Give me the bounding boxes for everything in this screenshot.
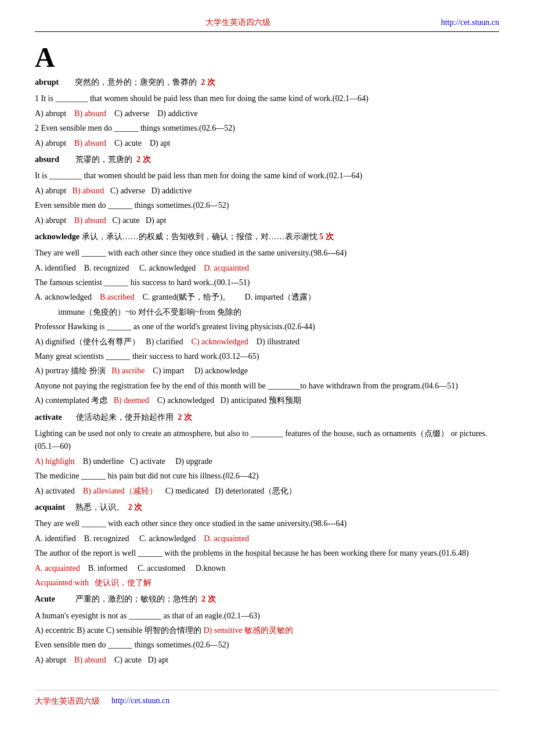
qact1-options: A) highlight B) underline C) activate D)… <box>35 455 499 468</box>
qack3-answer: C) acknowledged <box>191 337 248 346</box>
qacq2-answer: A. acquainted <box>35 564 80 573</box>
qack5-options: A) contemplated 考虑 B) deemed C) acknowle… <box>35 394 499 407</box>
qack4-options: A) portray 描绘 扮演 B) ascribe C) impart D)… <box>35 365 499 377</box>
qack2-note: immune（免疫的）~to 对什么不受影响~from 免除的 <box>58 306 499 319</box>
qacq2-text: The author of the report is well ______ … <box>35 547 499 560</box>
meaning-acknowledge: 承认，承认……的权威；告知收到，确认；报偿，对……表示谢忱 <box>82 232 317 241</box>
qacut1-options: A) eccentric B) acute C) sensible 明智的合情理… <box>35 624 499 637</box>
qa2-options: A) abrupt B) absurd C) acute D) apt <box>35 214 499 227</box>
qa1-text: It is ________ that women should be paid… <box>35 170 499 182</box>
qacq1-options: A. identified B. recognized C. acknowled… <box>35 532 499 545</box>
qack1-options: A. identified B. recognized C. acknowled… <box>35 262 499 275</box>
qack4-answer: B) ascribe <box>111 366 145 375</box>
footer-title: 大学生英语四六级 <box>35 696 100 707</box>
footer-link[interactable]: http://cet.stuun.cn <box>111 696 169 707</box>
qack2-options: A. acknowledged B.ascribed C. granted(赋予… <box>35 291 499 304</box>
count-activate: 2 次 <box>178 413 192 422</box>
count-acquaint: 2 次 <box>128 503 143 512</box>
qack5-answer: B) deemed <box>114 396 149 405</box>
q1-text: 1 It is ________ that women should be pa… <box>35 92 499 105</box>
question-acut-2: Even sensible men do ______ things somet… <box>35 639 499 667</box>
qacut2-answer: B) absurd <box>74 656 106 664</box>
count-abrupt: 2 次 <box>201 78 215 87</box>
meaning-absurd: 荒谬的，荒唐的 <box>75 155 132 164</box>
q1-options: A) abrupt B) absurd C) adverse D) addict… <box>35 107 499 120</box>
question-absurd-1: It is ________ that women should be paid… <box>35 170 499 197</box>
meaning-abrupt: 突然的，意外的；唐突的，鲁莽的 <box>75 78 197 87</box>
q2-answer: B) absurd <box>74 139 106 147</box>
question-act-2: The medicine ______ his pain but did not… <box>35 470 499 498</box>
word-activate: activate <box>35 413 62 422</box>
qacut1-text: A human's eyesight is not as ________ as… <box>35 610 499 622</box>
header-title: 大学生英语四六级 <box>35 17 441 28</box>
count-acknowledge: 5 次 <box>319 232 334 241</box>
qa1-options: A) abrupt B) absurd C) adverse D) addict… <box>35 185 499 197</box>
word-acquaint: acquaint <box>35 503 65 512</box>
question-acq-2: The author of the report is well ______ … <box>35 547 499 589</box>
question-act-1: Lighting can be used not only to create … <box>35 427 499 468</box>
question-acq-1: They are well ______ with each other sin… <box>35 517 499 545</box>
qa1-answer: B) absurd <box>73 186 104 195</box>
page-footer: 大学生英语四六级 http://cet.stuun.cn <box>35 690 499 707</box>
qact1-answer: A) highlight <box>35 457 75 466</box>
qact2-answer: B) alleviated（减轻） <box>83 487 157 495</box>
qacut2-options: A) abrupt B) absurd C) acute D) apt <box>35 654 499 667</box>
question-absurd-2: Even sensible men do ______ things somet… <box>35 199 499 227</box>
question-ack-5: Anyone not paying the registration fee b… <box>35 380 499 408</box>
qack3-options: A) dignified（使什么有尊严） B) clarified C) ack… <box>35 336 499 348</box>
entry-acquaint: acquaint 熟悉，认识。 2 次 <box>35 501 499 514</box>
qack2-answer: B.ascribed <box>100 293 134 301</box>
entry-abrupt: abrupt 突然的，意外的；唐突的，鲁莽的 2 次 <box>35 76 499 89</box>
qack2-text: The famous scientist ______ his success … <box>35 276 499 289</box>
q1-answer: B) absurd <box>74 109 106 118</box>
count-absurd: 2 次 <box>136 155 151 164</box>
qacut2-text: Even sensible men do ______ things somet… <box>35 639 499 651</box>
question-1: 1 It is ________ that women should be pa… <box>35 92 499 120</box>
meaning-acute: 严重的，激烈的；敏锐的；急性的 <box>75 595 197 603</box>
count-acute: 2 次 <box>201 595 216 603</box>
entry-absurd: absurd 荒谬的，荒唐的 2 次 <box>35 153 499 166</box>
acquainted-with-note: Acquainted with 使认识，使了解 <box>35 577 499 589</box>
word-acute: Acute <box>35 595 55 603</box>
qacq1-text: They are well ______ with each other sin… <box>35 517 499 530</box>
question-acut-1: A human's eyesight is not as ________ as… <box>35 610 499 638</box>
qact1-text: Lighting can be used not only to create … <box>35 427 499 453</box>
page-header: 大学生英语四六级 http://cet.stuun.cn <box>35 17 499 32</box>
word-acknowledge: acknowledge <box>35 232 80 241</box>
question-ack-4: Many great scientists ______ their succe… <box>35 350 499 378</box>
qa2-text: Even sensible men do ______ things somet… <box>35 199 499 212</box>
entry-acknowledge: acknowledge 承认，承认……的权威；告知收到，确认；报偿，对……表示谢… <box>35 231 499 243</box>
qact2-options: A) activated B) alleviated（减轻） C) medica… <box>35 485 499 498</box>
word-absurd: absurd <box>35 155 59 164</box>
question-2: 2 Even sensible men do ______ things som… <box>35 122 499 150</box>
entry-acute: Acute 严重的，激烈的；敏锐的；急性的 2 次 <box>35 593 499 606</box>
qack1-text: They are well ______ with each other sin… <box>35 247 499 260</box>
q2-options: A) abrupt B) absurd C) acute D) apt <box>35 137 499 150</box>
entry-activate: activate 使活动起来，使开始起作用 2 次 <box>35 411 499 424</box>
page: 大学生英语四六级 http://cet.stuun.cn A abrupt 突然… <box>0 0 534 756</box>
qacut1-answer: D) sensitive 敏感的灵敏的 <box>203 626 293 635</box>
question-ack-3: Professor Hawking is ______ as one of th… <box>35 321 499 348</box>
word-abrupt: abrupt <box>35 78 59 87</box>
section-letter: A <box>35 44 499 71</box>
question-ack-1: They are well ______ with each other sin… <box>35 247 499 275</box>
qacq2-options: A. acquainted B. informed C. accustomed … <box>35 562 499 575</box>
qack4-text: Many great scientists ______ their succe… <box>35 350 499 363</box>
qacq1-answer: D. acquainted <box>204 534 249 543</box>
qact2-text: The medicine ______ his pain but did not… <box>35 470 499 483</box>
q2-text: 2 Even sensible men do ______ things som… <box>35 122 499 135</box>
meaning-acquaint: 熟悉，认识。 <box>75 503 124 512</box>
qa2-answer: B) absurd <box>74 216 106 225</box>
header-link[interactable]: http://cet.stuun.cn <box>441 18 499 27</box>
qack3-text: Professor Hawking is ______ as one of th… <box>35 321 499 333</box>
question-ack-2: The famous scientist ______ his success … <box>35 276 499 319</box>
qack5-text: Anyone not paying the registration fee b… <box>35 380 499 393</box>
qack1-answer: D. acquainted <box>204 264 249 272</box>
meaning-activate: 使活动起来，使开始起作用 <box>76 413 174 422</box>
